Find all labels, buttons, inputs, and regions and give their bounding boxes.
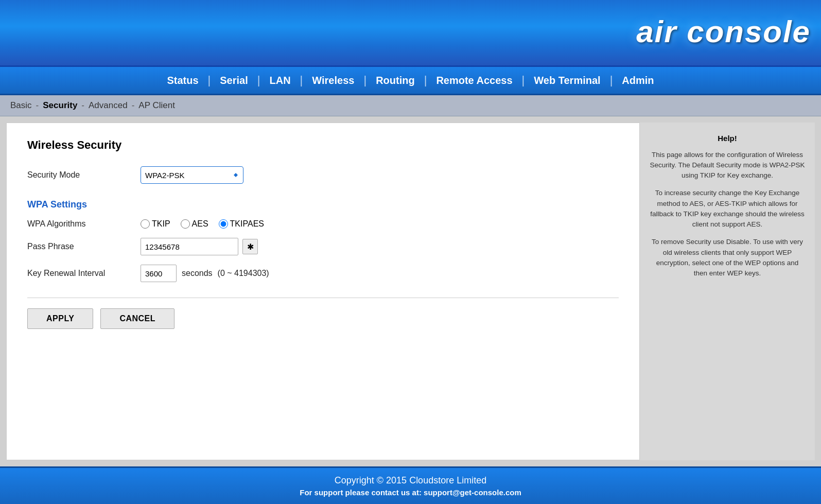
radio-tkip-label[interactable]: TKIP (141, 219, 170, 229)
nav-remote-access[interactable]: Remote Access (427, 75, 521, 86)
subnav-sep-2: - (81, 100, 84, 111)
cancel-button[interactable]: CANCEL (100, 308, 174, 329)
wpa-algorithms-label: WPA Algorithms (27, 219, 141, 229)
security-mode-row: Security Mode WPA2-PSK Disable WEP WPA-P… (27, 166, 619, 184)
pass-phrase-wrapper: ✱ (141, 238, 258, 255)
radio-aes[interactable] (181, 219, 190, 229)
radio-aes-text: AES (192, 219, 208, 229)
logo: air console (636, 14, 811, 49)
radio-tkipaes-text: TKIPAES (230, 219, 264, 229)
help-p1: This page allows for the configuration o… (649, 150, 806, 181)
apply-button[interactable]: APPLY (27, 308, 93, 329)
asterisk-button[interactable]: ✱ (242, 239, 258, 254)
subnav-sep-1: - (36, 100, 39, 111)
nav-wireless[interactable]: Wireless (303, 75, 363, 86)
nav-sep-5: | (424, 74, 427, 87)
key-renewal-range: (0 ~ 4194303) (218, 269, 269, 278)
nav-web-terminal[interactable]: Web Terminal (525, 75, 609, 86)
nav-status[interactable]: Status (158, 75, 207, 86)
nav-sep-6: | (522, 74, 525, 87)
nav-lan[interactable]: LAN (260, 75, 300, 86)
radio-tkipaes[interactable] (219, 219, 228, 229)
radio-tkip[interactable] (141, 219, 150, 229)
nav-admin[interactable]: Admin (613, 75, 663, 86)
help-p2: To increase security change the Key Exch… (649, 188, 806, 230)
help-title: Help! (649, 133, 806, 145)
security-mode-label: Security Mode (27, 170, 141, 180)
nav-sep-3: | (300, 74, 303, 87)
footer: Copyright © 2015 Cloudstore Limited For … (0, 466, 821, 504)
wpa-algorithms-row: WPA Algorithms TKIP AES TKIPAES (27, 219, 619, 229)
pass-phrase-label: Pass Phrase (27, 242, 141, 251)
main-panel: Wireless Security Security Mode WPA2-PSK… (6, 123, 640, 460)
nav-sep-4: | (363, 74, 366, 87)
nav-sep-7: | (610, 74, 613, 87)
pass-phrase-row: Pass Phrase ✱ (27, 238, 619, 255)
radio-aes-label[interactable]: AES (181, 219, 208, 229)
subnav-security[interactable]: Security (43, 100, 77, 111)
subnav-ap-client[interactable]: AP Client (138, 100, 175, 111)
nav-sep-1: | (208, 74, 211, 87)
page-title: Wireless Security (27, 138, 619, 152)
header: air console (0, 0, 821, 67)
footer-support: For support please contact us at: suppor… (10, 488, 811, 497)
radio-tkip-text: TKIP (152, 219, 170, 229)
key-renewal-input[interactable] (141, 265, 177, 282)
wpa-algorithms-group: TKIP AES TKIPAES (141, 219, 264, 229)
wpa-settings-title: WPA Settings (27, 199, 619, 210)
security-mode-select[interactable]: WPA2-PSK Disable WEP WPA-PSK (141, 166, 243, 184)
subnav-basic[interactable]: Basic (10, 100, 32, 111)
key-renewal-wrapper: seconds (0 ~ 4194303) (141, 265, 269, 282)
subnav-sep-3: - (132, 100, 135, 111)
button-row: APPLY CANCEL (27, 308, 619, 329)
nav-routing[interactable]: Routing (366, 75, 424, 86)
nav-serial[interactable]: Serial (211, 75, 257, 86)
key-renewal-seconds: seconds (182, 269, 213, 278)
key-renewal-label: Key Renewal Interval (27, 269, 141, 278)
radio-tkipaes-label[interactable]: TKIPAES (219, 219, 264, 229)
main-nav: Status | Serial | LAN | Wireless | Routi… (0, 67, 821, 95)
subnav: Basic - Security - Advanced - AP Client (0, 95, 821, 116)
content-wrapper: Wireless Security Security Mode WPA2-PSK… (0, 116, 821, 466)
pass-phrase-input[interactable] (141, 238, 238, 255)
nav-sep-2: | (257, 74, 260, 87)
footer-copyright: Copyright © 2015 Cloudstore Limited (10, 475, 811, 486)
help-p3: To remove Security use Disable. To use w… (649, 237, 806, 279)
divider (27, 298, 619, 298)
key-renewal-row: Key Renewal Interval seconds (0 ~ 419430… (27, 265, 619, 282)
help-panel: Help! This page allows for the configura… (640, 123, 815, 460)
subnav-advanced[interactable]: Advanced (89, 100, 128, 111)
